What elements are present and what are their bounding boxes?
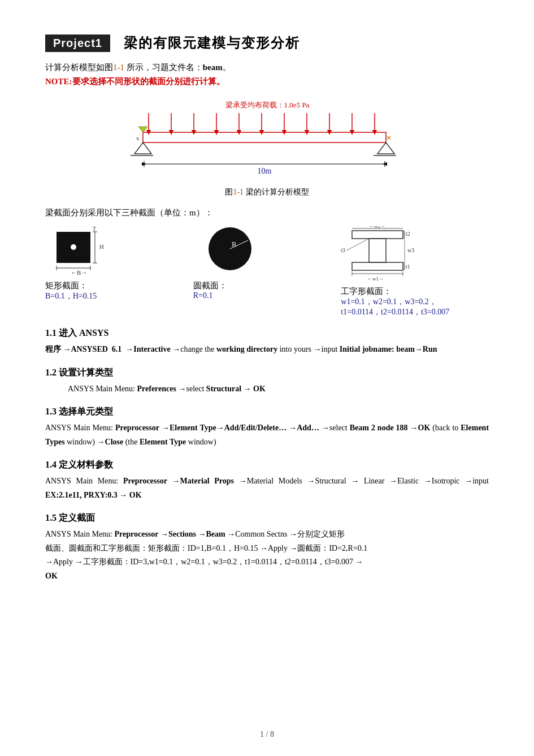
title-row: Project1 梁的有限元建模与变形分析: [45, 34, 489, 52]
svg-point-27: [71, 244, 76, 250]
svg-text:H: H: [99, 243, 104, 250]
page-title: 梁的有限元建模与变形分析: [124, 34, 300, 52]
circle-label: 圆截面：: [193, 280, 227, 291]
beam-diagram: 梁承受均布荷载：1.0e5 Pa: [109, 97, 426, 187]
svg-text:✕: ✕: [386, 134, 392, 142]
sec2-heading: 1.2 设置计算类型: [45, 367, 489, 379]
rect-vals2: t1=0.0114，t2=0.0114，t3=0.007: [341, 307, 449, 317]
svg-text:t3: t3: [341, 247, 345, 253]
i-vals: w1=0.1，w2=0.1，w3=0.2，: [341, 297, 437, 307]
circle-section-block: R 圆截面： R=0.1: [193, 226, 341, 300]
rect-svg: H ←B→ T: [45, 226, 113, 277]
svg-text:←w2→: ←w2→: [369, 226, 385, 229]
sec1-heading: 1.1 进入 ANSYS: [45, 327, 489, 339]
section-desc: 梁截面分别采用以下三种截面（单位：m）：: [45, 208, 489, 218]
sec1-prog: 程序: [45, 345, 61, 353]
sec2-content: ANSYS Main Menu: Preferences →select Str…: [45, 382, 489, 396]
intro-line: 计算分析模型如图1-1 所示，习题文件名：beam。: [45, 62, 489, 73]
svg-rect-12: [143, 132, 386, 142]
svg-rect-42: [369, 239, 386, 262]
i-label: 工字形截面：: [341, 286, 392, 297]
svg-marker-13: [134, 142, 151, 154]
cross-sections: H ←B→ T 矩形截面： B=0.1，H=0.15 R 圆截: [45, 226, 489, 317]
svg-text:梁承受均布荷载：1.0e5 Pa: 梁承受均布荷载：1.0e5 Pa: [225, 101, 309, 109]
svg-text:←B→: ←B→: [71, 269, 87, 276]
i-svg: t2 t3 t1 ←w2→ w3 ←w1→: [341, 226, 442, 283]
sec1-content: 程序 →ANSYSED 6.1 →Interactive →change the…: [45, 343, 489, 357]
sec4-heading: 1.4 定义材料参数: [45, 459, 489, 471]
note-line: NOTE:要求选择不同形状的截面分别进行计算。: [45, 76, 489, 87]
svg-text:t1: t1: [406, 263, 410, 270]
beam-svg: 梁承受均布荷载：1.0e5 Pa: [109, 97, 426, 185]
diagram-area: 梁承受均布荷载：1.0e5 Pa: [45, 97, 489, 203]
rect-label: 矩形截面：: [45, 280, 88, 291]
page: Project1 梁的有限元建模与变形分析 计算分析模型如图1-1 所示，习题文…: [0, 0, 534, 756]
sec4-content: ANSYS Main Menu: Preprocessor →Material …: [45, 474, 489, 502]
svg-rect-43: [352, 262, 403, 270]
fig-num: 1-1: [233, 188, 244, 196]
fig-ref-intro: 1-1: [113, 63, 124, 72]
svg-text:T: T: [93, 226, 96, 232]
svg-text:10m: 10m: [257, 167, 271, 175]
svg-line-47: [346, 239, 369, 250]
apply-label: Apply: [268, 544, 288, 552]
svg-marker-17: [377, 142, 394, 154]
svg-text:w3: w3: [407, 247, 414, 253]
circle-svg: R: [193, 226, 267, 277]
rect-section-block: H ←B→ T 矩形截面： B=0.1，H=0.15: [45, 226, 193, 301]
rect-vals: B=0.1，H=0.15: [45, 291, 97, 301]
sec5-content: ANSYS Main Menu: Preprocessor →Sections …: [45, 528, 489, 583]
svg-text:t2: t2: [406, 231, 410, 237]
intro-text: 计算分析模型如图: [45, 63, 113, 72]
sec5-heading: 1.5 定义截面: [45, 512, 489, 524]
i-section-block: t2 t3 t1 ←w2→ w3 ←w1→ 工字形: [341, 226, 489, 317]
apply-label2: Apply: [53, 558, 73, 566]
svg-text:←w1→: ←w1→: [367, 276, 384, 282]
circle-vals: R=0.1: [193, 291, 213, 300]
svg-rect-41: [352, 231, 403, 239]
sec3-content: ANSYS Main Menu: Preprocessor →Element T…: [45, 421, 489, 449]
fig-caption: 图1-1 梁的计算分析模型: [225, 187, 309, 197]
page-number: 1 / 8: [260, 730, 274, 738]
page-footer: 1 / 8: [0, 730, 534, 739]
intro-text2: 所示，习题文件名：: [124, 63, 203, 72]
svg-text:x: x: [136, 135, 140, 141]
svg-marker-16: [138, 127, 147, 132]
sec3-heading: 1.3 选择单元类型: [45, 406, 489, 418]
project-badge: Project1: [45, 34, 110, 52]
filename: beam: [203, 63, 223, 72]
